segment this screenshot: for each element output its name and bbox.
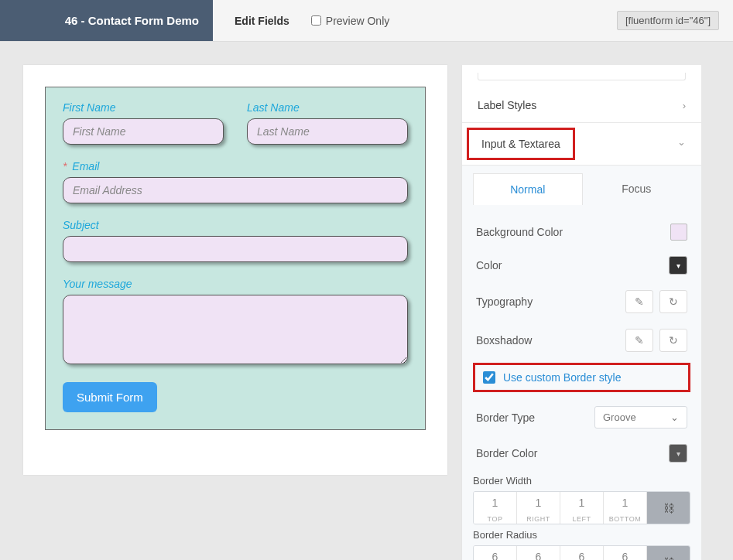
border-color-swatch[interactable]: ▾: [669, 444, 687, 463]
last-name-label: Last Name: [247, 101, 408, 114]
tab-focus[interactable]: Focus: [583, 173, 691, 205]
label-styles-title: Label Styles: [478, 99, 536, 111]
form-container: First Name Last Name * Email Subject: [45, 87, 426, 430]
border-type-label: Border Type: [476, 411, 535, 424]
bg-color-label: Background Color: [476, 226, 563, 238]
first-name-input[interactable]: [63, 118, 224, 145]
reset-icon: ↻: [669, 295, 678, 308]
email-label: * Email: [63, 160, 408, 172]
typography-reset-button[interactable]: ↻: [659, 290, 687, 313]
header-tabs: Edit Fields Preview Only: [213, 15, 617, 27]
section-label-styles[interactable]: Label Styles ›: [462, 88, 701, 123]
chevron-down-icon: ⌄: [670, 411, 679, 423]
last-name-input[interactable]: [247, 118, 408, 145]
section-input-textarea[interactable]: Input & Textarea ⌄: [462, 123, 701, 166]
message-textarea[interactable]: [63, 295, 408, 364]
color-label: Color: [476, 259, 502, 271]
bw-link-toggle[interactable]: ⛓: [647, 492, 690, 524]
preview-only-checkbox[interactable]: [311, 15, 321, 26]
br-bottom-input[interactable]: 6: [604, 546, 646, 560]
br-link-toggle[interactable]: ⛓: [647, 546, 690, 560]
typography-edit-button[interactable]: ✎: [625, 290, 653, 313]
bw-top-input[interactable]: 1: [474, 492, 516, 514]
boxshadow-edit-button[interactable]: ✎: [625, 329, 653, 352]
preview-only-label: Preview Only: [326, 15, 389, 27]
pencil-icon: ✎: [635, 334, 644, 347]
border-radius-label: Border Radius: [473, 529, 690, 541]
input-textarea-title: Input & Textarea: [467, 128, 575, 160]
chevron-right-icon: ›: [683, 100, 686, 111]
br-right-input[interactable]: 6: [517, 546, 560, 560]
reset-icon: ↻: [669, 334, 678, 347]
tab-normal[interactable]: Normal: [473, 173, 583, 205]
form-title: 46 - Contact Form Demo: [0, 0, 213, 41]
border-color-label: Border Color: [476, 447, 537, 459]
border-type-value: Groove: [603, 411, 636, 423]
br-left-input[interactable]: 6: [560, 546, 603, 560]
bw-right-input[interactable]: 1: [517, 492, 560, 514]
border-width-label: Border Width: [473, 475, 690, 487]
pencil-icon: ✎: [635, 295, 644, 308]
collapsed-section-indicator: [478, 73, 686, 80]
bg-color-swatch[interactable]: [670, 224, 687, 241]
chevron-down-icon: ⌄: [677, 136, 686, 148]
link-icon: ⛓: [663, 556, 674, 561]
message-label: Your message: [63, 278, 408, 290]
boxshadow-reset-button[interactable]: ↻: [659, 329, 687, 352]
border-radius-inputs: 6TOP 6RIGHT 6LEFT 6BOTTOM ⛓: [473, 545, 690, 560]
bw-bottom-input[interactable]: 1: [604, 492, 646, 514]
shortcode-display[interactable]: [fluentform id="46"]: [617, 11, 719, 30]
state-tabs: Normal Focus: [473, 166, 690, 205]
first-name-label: First Name: [63, 101, 224, 114]
preview-only-toggle[interactable]: Preview Only: [311, 15, 389, 27]
form-preview-panel: First Name Last Name * Email Subject: [23, 65, 447, 475]
chevron-down-icon: ▾: [676, 261, 680, 270]
submit-button[interactable]: Submit Form: [63, 382, 157, 412]
chevron-down-icon: ▾: [676, 449, 680, 458]
edit-fields-link[interactable]: Edit Fields: [235, 15, 289, 27]
custom-border-toggle[interactable]: Use custom Border style: [473, 363, 690, 392]
color-swatch[interactable]: ▾: [669, 256, 687, 275]
bw-left-input[interactable]: 1: [560, 492, 603, 514]
email-input[interactable]: [63, 177, 408, 203]
typography-label: Typography: [476, 295, 533, 308]
style-settings-panel: Label Styles › Input & Textarea ⌄ Normal…: [461, 65, 701, 560]
br-top-input[interactable]: 6: [474, 546, 516, 560]
custom-border-label: Use custom Border style: [503, 371, 622, 384]
custom-border-checkbox[interactable]: [483, 371, 495, 384]
border-type-select[interactable]: Groove ⌄: [594, 406, 687, 429]
border-width-inputs: 1TOP 1RIGHT 1LEFT 1BOTTOM ⛓: [473, 491, 690, 524]
boxshadow-label: Boxshadow: [476, 334, 532, 347]
link-icon: ⛓: [663, 502, 674, 514]
main-area: First Name Last Name * Email Subject: [0, 42, 733, 560]
subject-input[interactable]: [63, 236, 408, 262]
header-bar: 46 - Contact Form Demo Edit Fields Previ…: [0, 0, 733, 42]
input-textarea-settings: Normal Focus Background Color Color ▾ Ty…: [462, 166, 701, 560]
required-indicator: *: [63, 160, 67, 172]
subject-label: Subject: [63, 219, 408, 231]
